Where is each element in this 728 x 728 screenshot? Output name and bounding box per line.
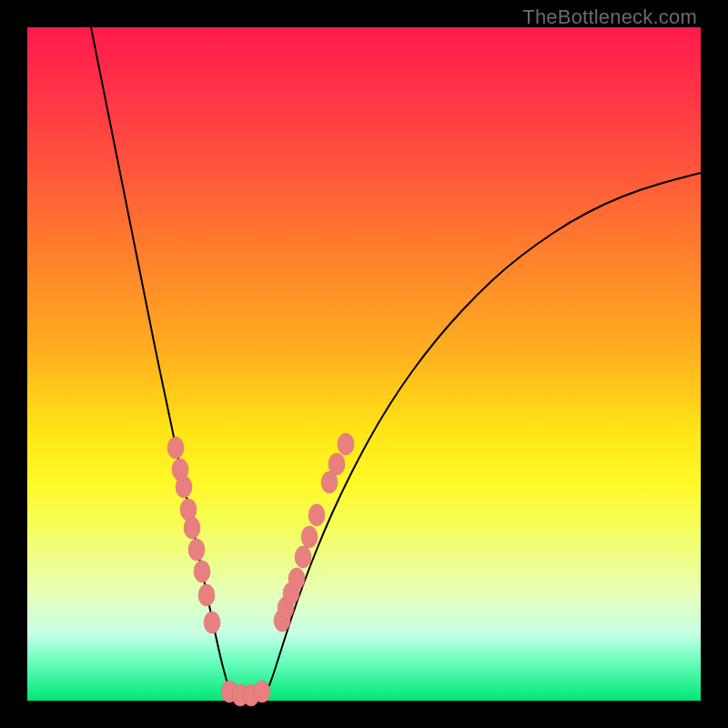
- watermark-text: TheBottleneck.com: [522, 5, 697, 29]
- plot-area: [27, 27, 701, 701]
- chart-marker: [194, 561, 210, 582]
- chart-marker: [295, 546, 311, 568]
- chart-marker: [184, 517, 200, 539]
- chart-marker: [301, 526, 318, 548]
- markers-right: [274, 433, 354, 632]
- chart-marker: [188, 539, 205, 561]
- chart-marker: [198, 584, 215, 606]
- chart-marker: [167, 437, 184, 459]
- chart-svg: [27, 27, 701, 701]
- chart-marker: [204, 612, 220, 633]
- chart-marker: [288, 568, 305, 590]
- chart-marker: [254, 681, 270, 703]
- chart-marker: [338, 433, 354, 455]
- curve-right: [264, 173, 701, 697]
- chart-marker: [329, 453, 345, 475]
- chart-marker: [176, 476, 192, 498]
- chart-frame: TheBottleneck.com: [0, 0, 728, 728]
- markers-left: [167, 437, 220, 633]
- chart-marker: [308, 504, 325, 526]
- markers-trough: [221, 681, 270, 706]
